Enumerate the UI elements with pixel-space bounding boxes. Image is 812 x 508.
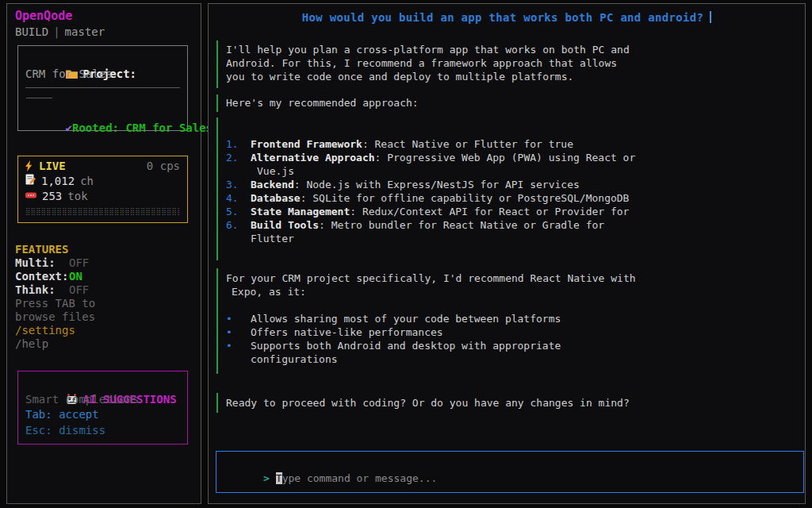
list-item-wrap: Flutter	[251, 232, 792, 245]
assistant-message-intro: I'll help you plan a cross-platform app …	[216, 40, 792, 88]
input-placeholder: ype command or message...	[282, 472, 438, 484]
list-item: 2.Alternative Approach: Progressive Web …	[226, 151, 792, 164]
list-item: 3.Backend: Node.js with Express/NestJS f…	[226, 178, 792, 191]
feature-context: Context:ON	[15, 270, 95, 283]
chat-panel[interactable]: How would you build an app that works bo…	[208, 3, 806, 504]
input-cursor: T	[276, 472, 282, 484]
list-item: 4.Database: SQLite for offline capabilit…	[226, 191, 792, 205]
build-branch-line: BUILD|master	[15, 25, 105, 38]
tab-accept-hint: Tab: accept	[25, 407, 180, 423]
ai-suggestions-box: AI SUGGESTIONS Smart completions Tab: ac…	[17, 371, 188, 444]
bullet-icon: •	[226, 339, 243, 352]
settings-command[interactable]: /settings	[15, 324, 95, 337]
assistant-message-heading: Here's my recommended approach:	[216, 94, 792, 112]
think-value: OFF	[69, 283, 89, 296]
bullet-item-wrap: configurations	[251, 352, 792, 366]
char-count: 1,012	[41, 174, 75, 189]
bullet-icon: •	[226, 325, 243, 339]
feature-multi: Multi:OFF	[15, 256, 95, 270]
list-item: 5.State Management: Redux/Context API fo…	[226, 205, 792, 218]
rooted-status: Rooted: CRM for Sales	[72, 121, 213, 134]
context-value: ON	[69, 270, 82, 283]
separator: |	[48, 25, 64, 38]
sidebar-panel: OpenQode BUILD|master Project: CRM for S…	[6, 3, 201, 504]
user-question: How would you build an app that works bo…	[209, 11, 805, 25]
bullet-item: •Allows sharing most of your code betwee…	[226, 312, 792, 325]
help-command[interactable]: /help	[15, 337, 95, 351]
assistant-message-closing: Ready to proceed with coding? Or do you …	[216, 393, 792, 413]
features-section: FEATURES Multi:OFF Context:ON Think:OFF …	[15, 243, 95, 351]
list-item: 6.Build Tools: Metro bundler for React N…	[226, 218, 792, 232]
bullet-icon: •	[226, 312, 243, 325]
ticket-icon	[25, 189, 36, 204]
project-box: Project: CRM for Sales ✔Rooted: CRM for …	[17, 45, 188, 131]
char-unit: ch	[80, 174, 94, 189]
text-cursor-bar	[710, 11, 711, 23]
assistant-message-steps: 1.Frontend Framework: React Native or Fl…	[216, 117, 792, 260]
mode-label: BUILD	[15, 25, 48, 38]
tab-hint-line1: Press TAB to	[15, 297, 95, 310]
multi-value: OFF	[69, 256, 89, 269]
live-stats-box: LIVE 0 cps 1,012ch 253tok ⣿⣿⣿⣿⣿⣿⣿⣿⣿⣿⣿⣿⣿⣿…	[17, 156, 188, 223]
list-item: 1.Frontend Framework: React Native or Fl…	[226, 137, 792, 151]
token-unit: tok	[67, 189, 87, 204]
token-count: 253	[42, 189, 62, 204]
project-name: CRM for Sales	[25, 67, 180, 82]
assistant-message-recommendation: For your CRM project specifically, I'd r…	[216, 268, 792, 374]
check-icon: ✔	[66, 121, 72, 134]
prompt-icon: >	[263, 472, 270, 484]
features-title: FEATURES	[15, 243, 95, 256]
branch-label: master	[65, 25, 105, 38]
tab-hint-line2: browse files	[15, 310, 95, 324]
blank-line	[226, 298, 792, 312]
feature-think: Think:OFF	[15, 283, 95, 297]
list-item-wrap: Vue.js	[257, 164, 792, 178]
input-line[interactable]: >Type command or message...	[226, 460, 803, 496]
cps-value: 0 cps	[147, 159, 180, 174]
esc-dismiss-hint: Esc: dismiss	[25, 423, 180, 439]
memo-icon	[25, 174, 36, 189]
bullet-item: •Supports both Android and desktop with …	[226, 339, 792, 352]
activity-sparkline: ⣿⣿⣿⣿⣿⣿⣿⣿⣿⣿⣿⣿⣿⣿⣿⣿⣿⣿⣿⣿⣿⣿⣿⣿⣿⣿⣿⣿⣿⣿⣿⣿⣿⣿⣿⣿…	[25, 206, 180, 217]
command-input[interactable]: >Type command or message...	[216, 451, 804, 493]
live-label: LIVE	[39, 160, 66, 172]
bullet-item: •Offers native-like performances	[226, 325, 792, 339]
app-brand: OpenQode	[15, 9, 72, 23]
